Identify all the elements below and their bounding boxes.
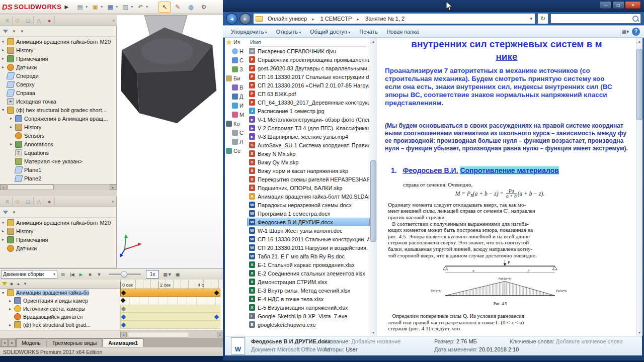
feature-tree-item[interactable]: Справа xyxy=(0,88,116,97)
playback-speed-slider[interactable] xyxy=(109,274,141,275)
motion-tree-item[interactable]: ▾ Анимация вращения гайка-бо xyxy=(0,289,120,297)
nav-item[interactable]: Л xyxy=(225,137,247,146)
motion-tree-item[interactable]: ▸ Источники света, камеры xyxy=(0,305,120,313)
save-icon[interactable] xyxy=(104,2,116,13)
key-properties-icon[interactable]: ◆ xyxy=(10,282,13,286)
tree-horizontal-scrollbar[interactable]: ◂ ▸ xyxy=(0,184,116,190)
file-row[interactable]: W-1 Шарн Жест узлы колонн.doc xyxy=(247,226,370,235)
expand-arrow-icon[interactable]: ▸ xyxy=(2,56,7,61)
change-view-icon[interactable]: ▦▾ xyxy=(620,27,631,36)
field-placeholder[interactable]: Добавьте ключевое слово xyxy=(556,338,623,344)
nav-item[interactable]: Се xyxy=(225,146,247,155)
breadcrumb-segment[interactable]: Онлайн универ xyxy=(265,15,317,23)
new-document-icon[interactable] xyxy=(74,2,86,13)
breadcrumb-segment[interactable]: Занятие № 1, 2 xyxy=(362,15,408,23)
scroll-up-icon[interactable]: ▲ xyxy=(370,38,376,45)
feature-tree-item[interactable]: Plane2 xyxy=(0,174,116,183)
slider-knob[interactable] xyxy=(121,271,127,278)
expand-arrow-icon[interactable]: ▸ xyxy=(10,125,15,129)
filter-dropdown-icon[interactable]: ▼ xyxy=(12,210,16,215)
feature-tree-item[interactable]: ▾ (ф) hex structural bolt gradec short..… xyxy=(0,106,116,114)
field-placeholder[interactable]: Добавьте название xyxy=(351,338,400,344)
keyframe-diamond[interactable] xyxy=(121,291,126,296)
feature-tree-item[interactable]: Sensors xyxy=(0,131,116,140)
nav-item[interactable]: С xyxy=(225,128,247,137)
hex-bolt-model[interactable] xyxy=(117,15,223,136)
file-row[interactable]: Программа 1 семестра.docx xyxy=(247,209,370,218)
nav-item[interactable]: Би xyxy=(225,74,247,83)
file-row[interactable]: Google-SketchUp-8-XP_Vista_7.exe xyxy=(247,312,370,320)
filter-funnel-icon[interactable] xyxy=(3,211,8,214)
feature-tree-item[interactable]: Plane1 xyxy=(0,165,116,174)
timeline-track[interactable] xyxy=(120,289,220,297)
file-row[interactable]: СП 16.13330.2017 Стальные конструкции dn… xyxy=(247,72,370,81)
file-row[interactable]: Вижу N Mx.skp xyxy=(247,149,370,158)
file-row[interactable]: Е-3 Внутр силы. Метод сечений.xlsx xyxy=(247,286,370,295)
preview-scrollbar[interactable]: ▲ ▼ xyxy=(636,38,642,336)
expand-arrow-icon[interactable]: ▸ xyxy=(10,142,15,146)
feature-tree-item[interactable]: ▸ History xyxy=(0,123,116,131)
keyframe-diamond[interactable] xyxy=(214,291,219,296)
file-row[interactable]: СП 20.13330.2011 Нагрузки и воздействия.… xyxy=(247,243,370,252)
nav-item[interactable]: Из xyxy=(225,38,247,47)
scroll-left-icon[interactable]: ◂ xyxy=(120,332,127,337)
keyframe-diamond[interactable] xyxy=(121,298,126,303)
timeline-track[interactable] xyxy=(120,321,220,329)
configuration-icon[interactable] xyxy=(23,197,34,206)
file-row[interactable]: Подшипник, ОПОРЫ, БАЛКИ.skp xyxy=(247,184,370,192)
file-row[interactable]: Писаренко СПРАВОЧНИК.djvu xyxy=(247,47,370,55)
file-row[interactable]: Справочник проектировщика промышленных..… xyxy=(247,55,370,64)
motion-tree-item[interactable]: ▸ (ф) hex structural bolt grad... xyxy=(0,321,120,329)
scroll-thumb[interactable] xyxy=(128,332,189,337)
file-row[interactable]: V-1 Металлоконструкции- обзор фото (Спец… xyxy=(247,115,370,124)
feature-tree-item[interactable]: Материал <не указан> xyxy=(0,157,116,165)
back-button[interactable]: ◄ xyxy=(226,13,237,25)
open-icon[interactable] xyxy=(89,2,101,13)
nav-item[interactable]: Ко xyxy=(225,119,247,128)
file-row[interactable]: СП 20.13330.2016 «СНиП 2.01.07-85 Нагруз… xyxy=(247,81,370,89)
3d-viewport[interactable] xyxy=(117,15,223,268)
filter-dropdown-icon[interactable]: ▼ xyxy=(12,29,16,34)
toolbar-button[interactable]: Открыть xyxy=(272,27,305,36)
print-icon[interactable] xyxy=(119,2,131,13)
dropdown-arrow-icon[interactable]: ▾ xyxy=(116,5,118,9)
file-row[interactable]: V-2 Сопромат-ТЗ 4 (для ПГС). Классификац… xyxy=(247,124,370,132)
expand-arrow-icon[interactable]: ▸ xyxy=(10,116,15,121)
breadcrumb-segment[interactable]: 1 СЕМЕСТР xyxy=(317,15,362,23)
expand-arrow-icon[interactable]: ▸ xyxy=(9,307,14,311)
animation-wizard-icon[interactable]: ▣ xyxy=(173,270,182,279)
file-row[interactable]: Парадоксы неразрезной схемы.docx xyxy=(247,201,370,209)
expand-arrow-icon[interactable]: ▸ xyxy=(2,237,7,242)
search-input[interactable] xyxy=(550,14,641,24)
dropdown-arrow-icon[interactable]: ▾ xyxy=(101,5,103,9)
document-tab[interactable]: Трехмерные виды xyxy=(47,338,103,347)
tab-overflow-icon[interactable]: » xyxy=(112,18,115,23)
file-row[interactable]: googlesketchupwru.exe xyxy=(247,320,370,329)
file-row[interactable]: Е-2 Соединения стальных элементов.xlsx xyxy=(247,269,370,278)
motion-tree-item[interactable]: Вращающийся двигател xyxy=(0,313,120,321)
file-row[interactable]: Вижу Qy Mx.skp xyxy=(247,158,370,166)
propertymanager-icon[interactable] xyxy=(13,197,23,206)
scroll-thumb[interactable] xyxy=(370,160,376,242)
display-pane-icon[interactable]: ▼ xyxy=(20,29,24,34)
scroll-thumb[interactable] xyxy=(8,185,54,190)
display-manager-icon[interactable] xyxy=(44,16,55,25)
filter-funnel-icon[interactable] xyxy=(3,30,8,33)
nav-item[interactable]: Н xyxy=(225,47,247,56)
dimxpert-icon[interactable] xyxy=(34,16,44,25)
scroll-up-icon[interactable]: ▲ xyxy=(636,38,642,45)
file-row[interactable]: Перекрытия схемы ригелей НЕРАЗРЕЗНАЯ.skp xyxy=(247,175,370,184)
nav-item[interactable]: С xyxy=(225,56,247,65)
stop-icon[interactable] xyxy=(86,270,95,279)
zoom-in-icon[interactable]: ▲ xyxy=(16,282,20,286)
file-row[interactable]: Вижу норм и касат напряжения.skp xyxy=(247,166,370,175)
timeline-track[interactable] xyxy=(120,297,220,305)
calculate-icon[interactable] xyxy=(58,270,67,279)
nav-item[interactable]: В xyxy=(225,83,247,92)
timeline-filter-funnel-icon[interactable] xyxy=(2,282,7,286)
select-arrow-icon[interactable] xyxy=(158,2,171,13)
feature-tree-item[interactable]: ▸ Annotations xyxy=(0,140,116,148)
file-row[interactable]: Демонстрация СТРИМ.xlsx xyxy=(247,278,370,286)
file-row[interactable]: СП_64_13330_2017_Деревянные конструкции.… xyxy=(247,98,370,107)
file-row[interactable]: gost-26020-83 Двутавры с параллельными.p… xyxy=(247,64,370,72)
